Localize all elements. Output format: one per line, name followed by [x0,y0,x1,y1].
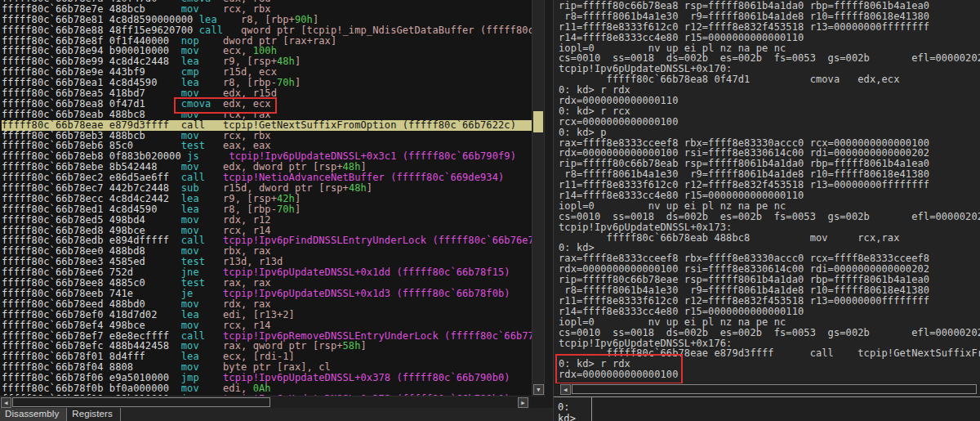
command-input[interactable] [593,397,980,421]
cmd-line: r14=ffff8e8333cc4e80 r15=000000000000011… [559,33,980,43]
scroll-right-icon[interactable]: ▶ [518,397,528,408]
scroll-left-icon[interactable]: ◀ [560,384,571,395]
kd-prompt: 0: kd> [554,397,592,421]
tab-disassembly[interactable]: Disassembly [0,408,67,421]
cmd-line: rcx=0000000000000100 [559,117,980,128]
command-pane[interactable]: rip=fffff80c66b78ea8 rsp=fffff8061b4a1da… [553,0,980,421]
current-line-scroll-marker[interactable] [533,111,543,132]
cmd-line: iopl=0 nv up ei pl nz na pe nc [559,201,980,212]
cmd-line: r11=ffff8e8333f612c0 r12=ffff8e832f45351… [559,22,980,33]
cmd-line: rdx=0000000000000110 [559,96,980,106]
disassembly-horizontal-scrollbar[interactable]: ◀ ▶ [0,396,530,408]
command-horizontal-scrollbar[interactable]: ◀ [554,383,980,396]
cmd-line: r14=ffff8e8333cc4e80 r15=000000000000011… [559,190,980,201]
cmd-line: 0: kd> p [559,128,980,138]
horizontal-scroll-thumb[interactable] [572,384,977,394]
cmd-line: tcpip!Ipv6pUpdateDNSSL+0x173: [559,222,980,233]
cmd-line: r14=ffff8e8333cc4e80 r15=000000000000011… [559,307,980,317]
cmd-line: r8=fffff8061b4a1e30 r9=fffff8061b4a1de8 … [559,285,980,296]
cmd-line: r8=fffff8061b4a1e30 r9=fffff8061b4a1de8 … [559,11,980,22]
disassembly-pane[interactable]: fffff80c`66b78e7a 410f47d0 cmova edx, r8… [0,0,532,396]
scroll-left-icon[interactable]: ◀ [1,397,11,408]
horizontal-scroll-thumb[interactable] [12,397,270,407]
windbg-window: fffff80c`66b78e7a 410f47d0 cmova edx, r8… [0,0,980,421]
cmd-line: rip=fffff80c66b78ea8 rsp=fffff8061b4a1da… [559,1,980,11]
scroll-down-icon[interactable]: ▼ [533,384,544,395]
cmd-line: r11=ffff8e8333f612c0 r12=ffff8e832f45351… [559,296,980,307]
cmd-line: cs=0010 ss=0018 ds=002b es=002b fs=0053 … [559,328,980,338]
pane-tab-bar: Disassembly Registers [0,408,553,421]
cmd-line: fffff80c`66b78eab 488bc8 mov rcx,rax [559,233,980,244]
command-output: rip=fffff80c66b78ea8 rsp=fffff8061b4a1da… [559,1,980,380]
cmd-line: iopl=0 nv up ei pl nz na pe nc [559,317,980,328]
cmd-line: rdx=0000000000000100 [559,369,980,380]
disassembly-lines: fffff80c`66b78e7a 410f47d0 cmova edx, r8… [2,0,532,396]
disassembly-vertical-scrollbar[interactable]: ▼ [532,0,545,396]
cmd-line: 0: kd> r rcx [559,106,980,117]
tab-registers[interactable]: Registers [67,408,120,421]
cmd-line: cs=0010 ss=0018 ds=002b es=002b fs=0053 … [559,212,980,222]
command-input-row: 0: kd> [554,396,980,421]
